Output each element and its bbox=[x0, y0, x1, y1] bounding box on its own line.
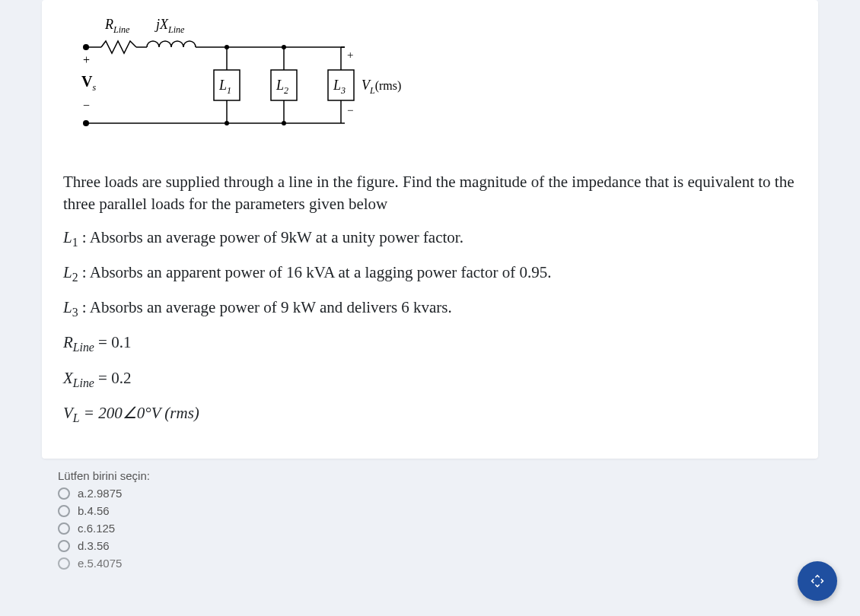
radio-icon bbox=[58, 522, 70, 535]
radio-icon bbox=[58, 487, 70, 500]
choice-label: d.3.56 bbox=[78, 539, 110, 552]
vl-plus: + bbox=[347, 49, 353, 61]
choices-title: Lütfen birini seçin: bbox=[58, 469, 860, 482]
rline-eq: RLine = 0.1 bbox=[63, 332, 797, 356]
choice-e[interactable]: e.5.4075 bbox=[58, 557, 860, 570]
expand-icon bbox=[807, 571, 827, 590]
question-card: RLine jXLine + Vs − bbox=[42, 0, 818, 459]
choice-b[interactable]: b.4.56 bbox=[58, 504, 860, 517]
choice-a[interactable]: a.2.9875 bbox=[58, 487, 860, 500]
choice-label: a.2.9875 bbox=[78, 487, 122, 500]
vl-label: VL(rms) bbox=[362, 78, 401, 96]
l2-line: L2 : Absorbs an apparent power of 16 kVA… bbox=[63, 262, 797, 286]
svg-point-10 bbox=[225, 121, 229, 125]
circuit-diagram: RLine jXLine + Vs − bbox=[63, 17, 797, 153]
radio-icon bbox=[58, 505, 70, 517]
vs-minus: − bbox=[83, 99, 90, 112]
l1-line: L1 : Absorbs an average power of 9kW at … bbox=[63, 227, 797, 251]
answer-choices: Lütfen birini seçin: a.2.9875 b.4.56 c.6… bbox=[58, 469, 860, 570]
xline-eq: XLine = 0.2 bbox=[63, 367, 797, 392]
svg-point-7 bbox=[225, 45, 229, 49]
radio-icon bbox=[58, 540, 70, 552]
vl-minus: − bbox=[347, 104, 353, 116]
l3-line: L3 : Absorbs an average power of 9 kW an… bbox=[63, 297, 797, 321]
load-l3-label: L3 bbox=[333, 78, 346, 96]
question-text: Three loads are supplied through a line … bbox=[63, 171, 797, 427]
choice-label: c.6.125 bbox=[78, 522, 115, 535]
choice-c[interactable]: c.6.125 bbox=[58, 522, 860, 535]
expand-button[interactable] bbox=[798, 561, 837, 601]
rline-label: RLine bbox=[104, 17, 130, 35]
svg-point-12 bbox=[282, 45, 286, 49]
choice-label: e.5.4075 bbox=[78, 557, 122, 570]
intro-text: Three loads are supplied through a line … bbox=[63, 171, 797, 216]
choice-d[interactable]: d.3.56 bbox=[58, 539, 860, 552]
svg-point-15 bbox=[282, 121, 286, 125]
vs-label: Vs bbox=[81, 73, 96, 93]
vs-plus: + bbox=[83, 53, 90, 66]
load-l1-label: L1 bbox=[218, 78, 231, 96]
choice-label: b.4.56 bbox=[78, 504, 110, 517]
xline-label: jXLine bbox=[154, 17, 185, 35]
load-l2-label: L2 bbox=[276, 78, 288, 96]
vl-eq: VL = 200∠0°V (rms) bbox=[63, 402, 797, 427]
radio-icon bbox=[58, 557, 70, 570]
